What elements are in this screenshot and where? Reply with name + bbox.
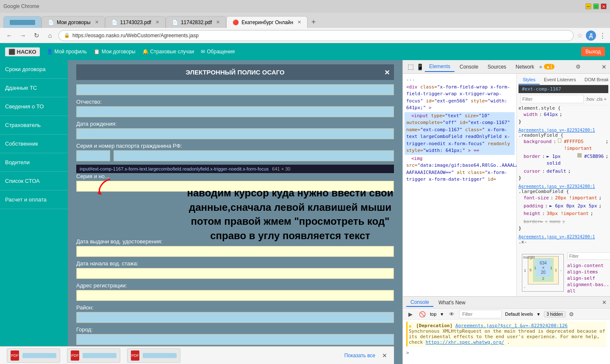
nav-item-profile[interactable]: 👤 Мой профиль (47, 49, 87, 55)
tab-close-moi[interactable]: ✕ (95, 19, 99, 25)
bookmark-star-icon[interactable]: ☆ (577, 32, 582, 39)
nav-item-requests[interactable]: ✉ Обращения (201, 49, 235, 55)
subtab-dom-breakpoints[interactable]: DOM Breakpoints (580, 75, 608, 85)
tab-close-pdf2[interactable]: ✕ (216, 19, 220, 25)
html-line-img[interactable]: <img src="data:image/gif;base64,R0lGo..A… (405, 155, 515, 184)
maximize-button[interactable]: □ (593, 3, 599, 9)
exit-button[interactable]: Выход (581, 47, 605, 56)
devtools-settings-icon[interactable]: ⚙ (574, 63, 582, 71)
style-rule-source-readonly[interactable]: Agreements.jasp_v=-822924200:1 (518, 128, 608, 132)
sidebar-item-voditeli[interactable]: Водители (0, 153, 68, 172)
user-avatar[interactable]: Д (586, 30, 596, 41)
console-close-button[interactable]: ✕ (602, 299, 607, 306)
sidebar-item-strakhovatel[interactable]: Страхователь (0, 116, 68, 135)
devtools-tab-elements[interactable]: Elements (425, 62, 455, 72)
console-input[interactable] (411, 349, 607, 356)
console-tab-whatsnew[interactable]: What's New (434, 299, 470, 306)
devtools-tab-console[interactable]: Console (455, 62, 482, 72)
subtab-styles[interactable]: Styles (518, 75, 540, 85)
pseudo-hint[interactable]: :hov .cls + (585, 97, 607, 102)
console-caret-icon: > (406, 350, 409, 356)
home-button[interactable]: ⌂ (45, 30, 55, 41)
main-content: Сроки договора Дданные ТС Сведения о ТО … (0, 60, 610, 364)
devtools-device-icon[interactable]: 📱 (416, 63, 424, 71)
field-input-license-date[interactable] (76, 246, 394, 257)
download-item-3[interactable]: PDF (127, 348, 180, 363)
field-input-district[interactable] (76, 312, 394, 323)
tab-close-pdf1[interactable]: ✕ (155, 19, 159, 25)
field-input-dob[interactable] (76, 128, 394, 139)
sidebar-item-stoa[interactable]: Список СТОА (0, 172, 68, 190)
html-line-div[interactable]: <div class="x-form-field-wrap x-form-fie… (405, 83, 515, 112)
menu-icon[interactable]: ⋮ (599, 32, 606, 39)
close-downloads-button[interactable]: ✕ (382, 352, 387, 359)
tab-pdf1[interactable]: 📄 11743023.pdf ✕ (105, 16, 166, 28)
address-bar[interactable]: 🔒 https://eosago.nasko.ru/WebCustomer/Ag… (58, 30, 574, 41)
tab-label-moi: Мои договоры (57, 19, 91, 25)
field-input-passport-series[interactable] (76, 150, 110, 161)
field-label-otchestvo: Отчество: (76, 99, 394, 105)
style-rule-source-x[interactable]: Agreements.jasp_v=-822924200:1 (518, 234, 608, 239)
console-visibility-icon[interactable]: 👁 (447, 310, 456, 318)
form-field-top (76, 84, 394, 95)
field-input-otchestvo[interactable] (76, 106, 394, 117)
console-top-dropdown-icon[interactable]: ▼ (440, 312, 444, 317)
form-field-district: Район: (76, 304, 394, 323)
nasko-nav-bar: ⬛ НАСКО 👤 Мой профиль 📋 Мои договоры 🔔 С… (0, 43, 610, 60)
console-hidden-badge[interactable]: 3 hidden (544, 311, 565, 317)
computed-filter-input[interactable] (567, 252, 610, 260)
reload-button[interactable]: ↻ (31, 30, 42, 41)
console-settings-icon[interactable]: ⚙ (569, 311, 574, 317)
forward-button[interactable]: → (18, 30, 28, 41)
back-button[interactable]: ← (4, 30, 14, 41)
styles-filter-input[interactable] (520, 95, 584, 103)
form-close-button[interactable]: ✕ (384, 68, 390, 76)
style-rule-source-largecombo[interactable]: Agreements.jasp_v=-822924200:1 (518, 184, 608, 189)
devtools-inspect-icon[interactable]: ⬚ (406, 63, 415, 71)
subtab-event-listeners[interactable]: Event Listeners (540, 75, 580, 85)
console-prohibit-icon[interactable]: 🚫 (418, 310, 427, 318)
show-all-downloads-button[interactable]: Показать все (344, 353, 375, 358)
download-item-2[interactable]: PDF (67, 348, 120, 363)
sidebar-item-sobstvennik[interactable]: Собственник (0, 135, 68, 153)
nav-item-insurance-cases[interactable]: 🔔 Страховые случаи (142, 49, 194, 55)
devtools-tab-more[interactable]: » (539, 64, 542, 70)
console-level-dropdown-icon[interactable]: ▼ (536, 312, 541, 317)
top-field-input[interactable] (76, 84, 394, 95)
sidebar-item-svedeniya[interactable]: Сведения о ТО (0, 97, 68, 116)
style-prop-bg: background: #FFFFD5 !important; (518, 138, 608, 153)
sidebar-item-dannye-ts[interactable]: Дданные ТС (0, 79, 68, 97)
tab-ekb-online[interactable]: 🔴 Екатеринбург Онлайн ✕ (226, 16, 308, 28)
field-input-city[interactable] (76, 334, 394, 345)
html-line-input[interactable]: <input type="text" size="10" autocomplet… (405, 112, 515, 155)
field-input-driving-exp[interactable] (76, 268, 394, 279)
devtools-close-icon[interactable]: ✕ (602, 63, 607, 70)
tab-icon-moi: 📄 (48, 19, 54, 25)
console-filter-input[interactable] (459, 310, 502, 318)
devtools-tab-network[interactable]: Network (511, 62, 538, 72)
tab-close-ekb[interactable]: ✕ (297, 19, 301, 25)
field-input-passport-number[interactable] (114, 150, 394, 161)
close-button[interactable]: ✕ (601, 3, 607, 9)
style-prop-width: width : 641px ; (518, 111, 608, 119)
console-tab-console[interactable]: Console (406, 298, 433, 307)
sidebar-item-sroki[interactable]: Сроки договора (0, 60, 68, 79)
nav-item-contracts[interactable]: 📋 Мои договоры (94, 49, 136, 55)
download-item-1[interactable]: PDF (7, 348, 60, 363)
tab-pdf2[interactable]: 📄 11742832.pdf ✕ (166, 16, 226, 28)
console-help-link[interactable]: https://xhr.spec.whatwg.org/ (426, 339, 504, 345)
profile-icon: 👤 (47, 49, 53, 55)
tab-moi-dogovory[interactable]: 📄 Мои договоры ✕ (42, 16, 105, 28)
minimize-button[interactable]: ─ (585, 3, 591, 9)
console-execute-icon[interactable]: ▶ (406, 310, 415, 318)
sidebar-item-raschet[interactable]: Расчет и оплата (0, 190, 68, 209)
download-icon-1: PDF (11, 350, 19, 361)
tab-first-blurred[interactable] (3, 16, 42, 28)
new-tab-button[interactable]: + (308, 16, 319, 28)
console-body: ▲ [Deprecation] Agreements.jasp?$scr_1 &… (403, 320, 610, 364)
console-default-levels[interactable]: Default levels (505, 312, 533, 317)
devtools-tab-sources[interactable]: Sources (483, 62, 510, 72)
field-input-address[interactable]: Свердловская обл (76, 290, 394, 301)
devtools-styles-panel: Styles Event Listeners DOM Breakpoints P… (517, 74, 610, 296)
console-message-link[interactable]: Agreements.jasp?$scr_1 &v=-822924200:126 (455, 323, 568, 328)
